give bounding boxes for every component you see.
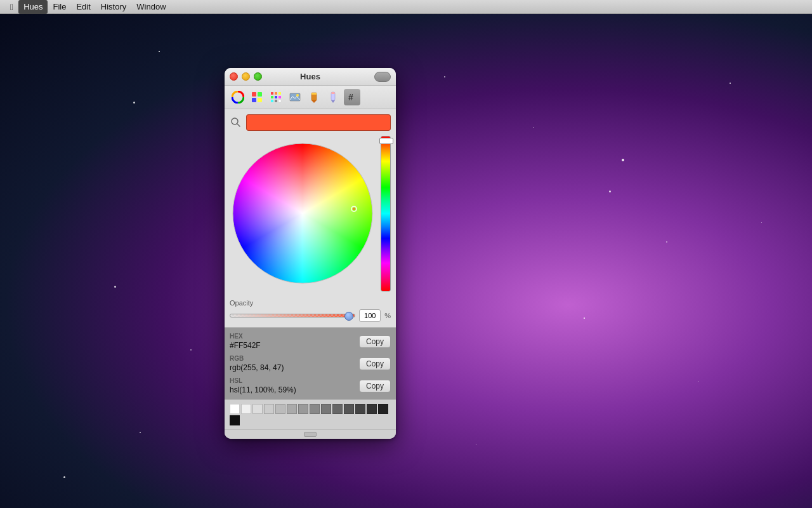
opacity-label-row: Opacity [230,299,391,307]
hex-value[interactable]: #FF542F [230,341,261,350]
star [698,381,698,382]
rgb-copy-button[interactable]: Copy [359,358,391,370]
hex-copy-button[interactable]: Copy [359,335,391,348]
star [666,241,667,243]
swatch-2[interactable] [241,404,251,414]
svg-line-24 [237,124,240,126]
svg-marker-17 [311,100,317,103]
wheel-container [230,136,391,291]
hsl-info: HSL hsl(11, 100%, 59%) [230,377,296,394]
swatch-5[interactable] [275,404,285,414]
rgb-info: RGB rgb(255, 84, 47) [230,355,284,372]
opacity-track[interactable] [230,314,355,318]
maximize-button[interactable] [254,72,262,81]
brightness-slider[interactable] [381,136,391,291]
star [584,318,585,319]
swatch-10[interactable] [332,404,343,414]
swatch-12[interactable] [355,404,365,414]
toolbar-image[interactable] [287,89,303,105]
opacity-thumb [344,312,353,321]
menubar-file[interactable]: File [48,0,71,14]
svg-rect-14 [290,93,300,101]
opacity-percent: % [384,312,391,319]
color-wheel-area[interactable] [230,136,376,291]
hsl-row: HSL hsl(11, 100%, 59%) Copy [230,377,391,394]
star [114,286,116,288]
traffic-lights [230,72,262,81]
window-title: Hues [300,72,320,81]
close-button[interactable] [230,72,238,81]
toolbar-grid4[interactable] [249,89,265,105]
opacity-slider-container: 100 % [230,309,391,322]
star [190,349,192,351]
opacity-label: Opacity [230,299,391,307]
swatch-6[interactable] [287,404,297,414]
swatch-4[interactable] [264,404,274,414]
rgb-row: RGB rgb(255, 84, 47) Copy [230,355,391,372]
menubar-window[interactable]: Window [131,0,171,14]
menubar-hues[interactable]: Hues [18,0,48,14]
star [159,51,160,52]
search-icon[interactable] [230,116,242,129]
svg-rect-21 [331,92,335,94]
swatch-9[interactable] [321,404,331,414]
swatch-3[interactable] [252,404,263,414]
rgb-value[interactable]: rgb(255, 84, 47) [230,363,284,372]
svg-rect-3 [252,98,256,102]
hex-label: HEX [230,333,261,340]
menubar-edit[interactable]: Edit [71,0,95,14]
svg-rect-8 [271,96,273,98]
search-row [230,114,391,131]
svg-marker-20 [331,100,335,103]
color-preview-bar[interactable] [246,114,391,131]
opacity-checkered-bg [230,314,355,317]
svg-rect-10 [278,96,281,98]
svg-rect-1 [252,92,256,97]
star [476,444,476,445]
svg-rect-11 [271,100,273,102]
star [761,222,762,223]
desktop [0,0,812,508]
window-toggle[interactable] [374,72,391,82]
svg-rect-4 [258,98,262,102]
toolbar-pen[interactable] [325,89,341,105]
swatch-1[interactable] [230,404,240,414]
star [533,127,534,128]
color-wheel-svg[interactable] [230,136,376,291]
apple-menu[interactable]:  [5,2,18,12]
menubar-history[interactable]: History [96,0,131,14]
svg-rect-5 [271,92,273,95]
svg-rect-13 [278,100,281,102]
window-resize-handle[interactable] [225,429,396,439]
swatch-11[interactable] [344,404,354,414]
swatch-7[interactable] [298,404,308,414]
swatch-8[interactable] [310,404,320,414]
opacity-value[interactable]: 100 [359,309,381,322]
svg-text:#: # [348,92,353,102]
svg-point-29 [353,208,355,210]
palette-strip [225,399,396,429]
star [63,476,65,478]
toolbar-colorwheel[interactable] [230,89,246,105]
toolbar-hash[interactable]: # [344,89,360,105]
color-values-section: HEX #FF542F Copy RGB rgb(255, 84, 47) Co… [225,328,396,399]
minimize-button[interactable] [242,72,250,81]
toolbar-crayon[interactable] [306,89,322,105]
hex-row: HEX #FF542F Copy [230,333,391,350]
swatch-13[interactable] [367,404,377,414]
rgb-label: RGB [230,355,284,362]
opacity-section: Opacity 100 % [225,297,396,328]
resize-grip [304,432,317,437]
hsl-copy-button[interactable]: Copy [359,380,391,392]
svg-rect-9 [275,96,277,98]
hsl-value[interactable]: hsl(11, 100%, 59%) [230,385,296,394]
menubar:  Hues File Edit History Window [0,0,812,14]
svg-rect-6 [275,92,277,95]
brightness-thumb [379,138,393,144]
toolbar-grid6[interactable] [268,89,284,105]
swatch-14[interactable] [378,404,388,414]
hex-info: HEX #FF542F [230,333,261,350]
swatch-15[interactable] [230,415,240,425]
svg-point-26 [233,144,372,283]
hues-window: Hues [225,68,396,439]
